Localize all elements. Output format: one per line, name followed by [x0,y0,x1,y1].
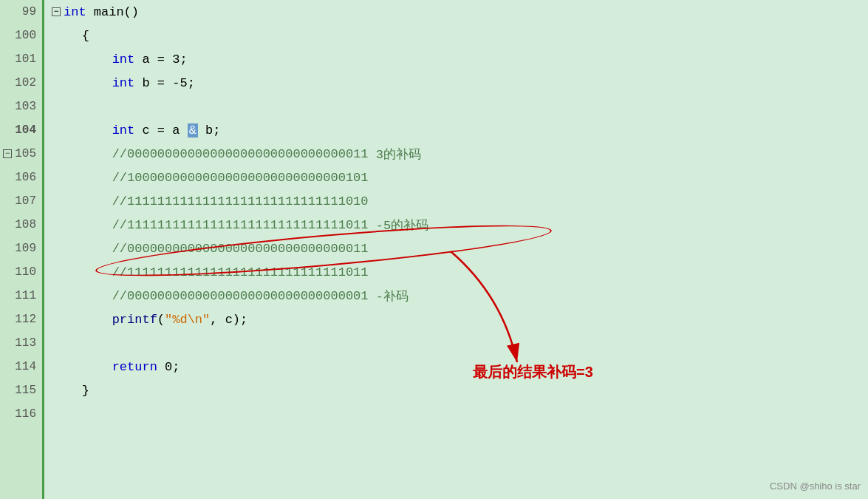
line-num-112: 112 [0,308,42,331]
var-c-before: c = a [134,123,187,138]
minus-icon-105: − [3,149,12,158]
watermark: CSDN @shiho is star [770,481,861,492]
code-line-113 [52,331,868,355]
printf-fn: printf [112,313,157,327]
code-line-103 [52,95,868,118]
code-line-111: //00000000000000000000000000000001 -补码 [52,284,868,308]
line-num-110: 110 [0,260,42,284]
line-num-115: 115 [0,379,42,402]
code-line-107: //11111111111111111111111111111010 [52,189,868,213]
printf-str: "%d\n" [165,313,210,327]
indent-105 [52,147,112,161]
line-num-104: 104 [0,118,42,142]
line-numbers: 99 100 101 102 103 104 − 105 106 107 108… [0,0,44,499]
line-num-106: 106 [0,166,42,189]
kw-int-104: int [112,123,135,138]
indent-110 [52,265,112,279]
cm-109: //00000000000000000000000000000011 [112,242,369,256]
code-line-109: //00000000000000000000000000000011 [52,237,868,260]
indent-108 [52,218,112,232]
kw-int-101: int [112,52,135,67]
annot-111: -补码 [368,288,408,305]
code-container: 99 100 101 102 103 104 − 105 106 107 108… [0,0,868,499]
indent-109 [52,242,112,256]
line-num-108: 108 [0,213,42,237]
indent-107 [52,194,112,208]
return-val: 0; [157,360,180,374]
var-a: a = 3; [134,52,187,67]
line-num-109: 109 [0,237,42,260]
code-line-114: return 0; [52,355,868,379]
indent-101 [52,52,112,67]
code-line-100: { [52,24,868,47]
cm-110: //11111111111111111111111111111011 [112,265,369,279]
code-line-99: − int main() [52,0,868,24]
cm-105: //00000000000000000000000000000011 [112,147,369,161]
line-num-102: 102 [0,71,42,95]
line-num-113: 113 [0,331,42,355]
code-line-110: //11111111111111111111111111111011 [52,260,868,284]
printf-args-post: , c); [210,313,247,327]
line-num-103: 103 [0,95,42,118]
cm-111: //00000000000000000000000000000001 [112,289,369,303]
code-area: − int main() { int a = 3; int b = -5; [44,0,868,499]
cm-108: //11111111111111111111111111111011 [112,218,369,232]
kw-int-99: int [64,5,86,19]
annot-105: 3的补码 [368,146,420,163]
indent-104 [52,123,112,138]
var-b: b = -5; [134,76,195,90]
code-line-115: } [52,379,868,402]
main-func: main() [86,5,139,19]
code-line-112: printf ( "%d\n" , c); [52,308,868,331]
line-num-101: 101 [0,47,42,71]
code-line-101: int a = 3; [52,47,868,71]
var-c-after: b; [198,123,221,138]
code-line-104: int c = a & b; [52,118,868,142]
kw-int-102: int [112,76,135,90]
code-line-108: //11111111111111111111111111111011 -5的补码 [52,213,868,237]
code-line-102: int b = -5; [52,71,868,95]
line-num-111: 111 [0,284,42,308]
indent-115: } [52,384,89,398]
line-num-116: 116 [0,402,42,426]
cm-107: //11111111111111111111111111111010 [112,194,369,208]
code-line-116 [52,402,868,426]
line-num-99: 99 [0,0,42,24]
cm-106: //10000000000000000000000000000101 [112,171,369,185]
collapse-icon-99[interactable]: − [52,7,61,16]
annot-108: -5的补码 [368,217,428,234]
code-line-106: //10000000000000000000000000000101 [52,166,868,189]
indent-112 [52,313,112,327]
indent-106 [52,171,112,185]
kw-return: return [112,360,157,374]
code-line-105: //00000000000000000000000000000011 3的补码 [52,142,868,166]
indent-102 [52,76,112,90]
line-num-107: 107 [0,189,42,213]
highlight-ampersand: & [188,123,198,138]
line-num-100: 100 [0,24,42,47]
indent-114 [52,360,112,374]
line-num-114: 114 [0,355,42,379]
printf-args-pre: ( [157,313,165,327]
indent-111 [52,289,112,303]
line-num-105: − 105 [0,142,42,166]
indent-100: { [52,29,89,43]
